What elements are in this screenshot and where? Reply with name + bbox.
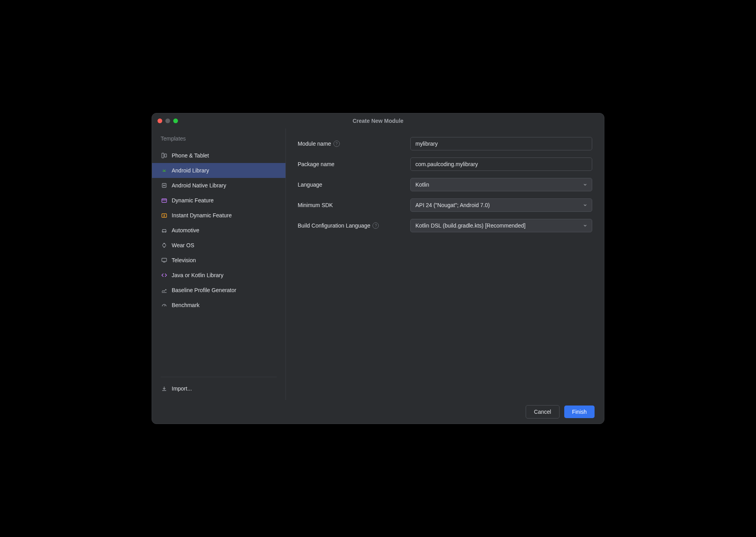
sidebar-list: Phone & TabletAndroid LibraryAndroid Nat… <box>152 148 285 373</box>
window-controls <box>158 119 178 123</box>
min-sdk-select[interactable]: API 24 ("Nougat"; Android 7.0) <box>410 198 592 212</box>
sidebar-item-android-native-library[interactable]: Android Native Library <box>152 178 285 193</box>
help-icon[interactable]: ? <box>372 222 379 229</box>
sidebar-header: Templates <box>152 135 285 148</box>
min-sdk-value: API 24 ("Nougat"; Android 7.0) <box>415 202 490 208</box>
svg-point-2 <box>163 170 163 171</box>
sidebar-item-television[interactable]: Television <box>152 253 285 268</box>
templates-sidebar: Templates Phone & TabletAndroid LibraryA… <box>152 128 286 400</box>
language-select[interactable]: Kotlin <box>410 178 592 191</box>
help-icon[interactable]: ? <box>334 141 340 147</box>
svg-point-3 <box>165 170 165 171</box>
import-icon <box>161 385 168 392</box>
titlebar: Create New Module <box>152 113 604 128</box>
language-value: Kotlin <box>415 181 429 188</box>
code-icon <box>161 272 168 279</box>
car-icon <box>161 227 168 234</box>
svg-line-5 <box>165 169 165 170</box>
sidebar-item-wear-os[interactable]: Wear OS <box>152 238 285 253</box>
finish-button[interactable]: Finish <box>564 406 595 418</box>
sidebar-item-label: Automotive <box>172 227 199 233</box>
dynamic-feature-icon <box>161 197 168 204</box>
chevron-down-icon <box>583 224 587 228</box>
sidebar-item-instant-dynamic-feature[interactable]: Instant Dynamic Feature <box>152 208 285 223</box>
svg-rect-0 <box>162 153 164 158</box>
sidebar-item-label: Baseline Profile Generator <box>172 287 236 293</box>
sidebar-item-benchmark[interactable]: Benchmark <box>152 298 285 313</box>
svg-rect-12 <box>162 258 167 261</box>
chevron-down-icon <box>583 183 587 187</box>
min-sdk-label: Minimum SDK <box>298 202 404 208</box>
sidebar-item-label: Television <box>172 257 196 263</box>
min-sdk-row: Minimum SDK API 24 ("Nougat"; Android 7.… <box>298 198 592 212</box>
dialog-footer: Cancel Finish <box>152 400 604 424</box>
build-config-select[interactable]: Kotlin DSL (build.gradle.kts) [Recommend… <box>410 219 592 232</box>
import-label: Import... <box>172 385 192 392</box>
instant-dynamic-icon <box>161 212 168 219</box>
package-name-input[interactable] <box>410 157 592 171</box>
chevron-down-icon <box>583 203 587 207</box>
minimize-window-button[interactable] <box>165 119 170 123</box>
window-title: Create New Module <box>352 118 403 124</box>
sidebar-item-automotive[interactable]: Automotive <box>152 223 285 238</box>
form-area: Module name ? Package name Language Kotl… <box>286 128 604 400</box>
language-label: Language <box>298 181 404 188</box>
build-config-row: Build Configuration Language ? Kotlin DS… <box>298 219 592 232</box>
sidebar-item-java-or-kotlin-library[interactable]: Java or Kotlin Library <box>152 268 285 283</box>
sidebar-item-label: Android Library <box>172 167 209 174</box>
sidebar-item-label: Benchmark <box>172 302 200 308</box>
svg-rect-7 <box>162 199 167 202</box>
sidebar-item-label: Phone & Tablet <box>172 152 209 159</box>
dialog-window: Create New Module Templates Phone & Tabl… <box>152 113 604 424</box>
phone-tablet-icon <box>161 152 168 159</box>
language-row: Language Kotlin <box>298 178 592 191</box>
sidebar-item-dynamic-feature[interactable]: Dynamic Feature <box>152 193 285 208</box>
close-window-button[interactable] <box>158 119 162 123</box>
sidebar-item-label: Android Native Library <box>172 182 226 189</box>
sidebar-import[interactable]: Import... <box>152 381 285 400</box>
tv-icon <box>161 257 168 264</box>
maximize-window-button[interactable] <box>173 119 178 123</box>
build-config-value: Kotlin DSL (build.gradle.kts) [Recommend… <box>415 222 526 229</box>
svg-line-4 <box>163 169 163 170</box>
sidebar-item-baseline-profile-generator[interactable]: Baseline Profile Generator <box>152 283 285 298</box>
module-name-label: Module name ? <box>298 141 404 147</box>
gauge-icon <box>161 302 168 309</box>
sidebar-item-label: Instant Dynamic Feature <box>172 212 232 219</box>
sidebar-item-android-library[interactable]: Android Library <box>152 163 285 178</box>
module-name-row: Module name ? <box>298 137 592 150</box>
android-icon <box>161 167 168 174</box>
svg-rect-1 <box>165 154 167 157</box>
sidebar-item-label: Java or Kotlin Library <box>172 272 224 278</box>
native-lib-icon <box>161 182 168 189</box>
package-name-row: Package name <box>298 157 592 171</box>
sidebar-item-phone-tablet[interactable]: Phone & Tablet <box>152 148 285 163</box>
sidebar-item-label: Dynamic Feature <box>172 197 214 204</box>
dialog-body: Templates Phone & TabletAndroid LibraryA… <box>152 128 604 400</box>
module-name-input[interactable] <box>410 137 592 150</box>
baseline-icon <box>161 287 168 294</box>
svg-point-11 <box>163 244 166 247</box>
watch-icon <box>161 242 168 249</box>
build-config-label: Build Configuration Language ? <box>298 222 404 229</box>
sidebar-item-label: Wear OS <box>172 242 194 248</box>
package-name-label: Package name <box>298 161 404 167</box>
sidebar-divider <box>161 377 277 377</box>
cancel-button[interactable]: Cancel <box>526 405 560 418</box>
